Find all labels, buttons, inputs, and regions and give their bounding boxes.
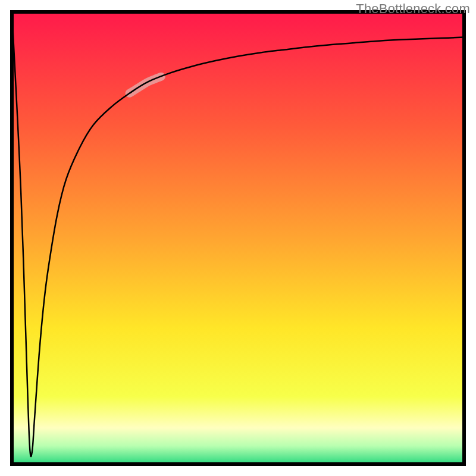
watermark-text: TheBottleneck.com [356, 1, 470, 17]
plot-background [12, 12, 464, 464]
bottleneck-chart [0, 0, 476, 476]
